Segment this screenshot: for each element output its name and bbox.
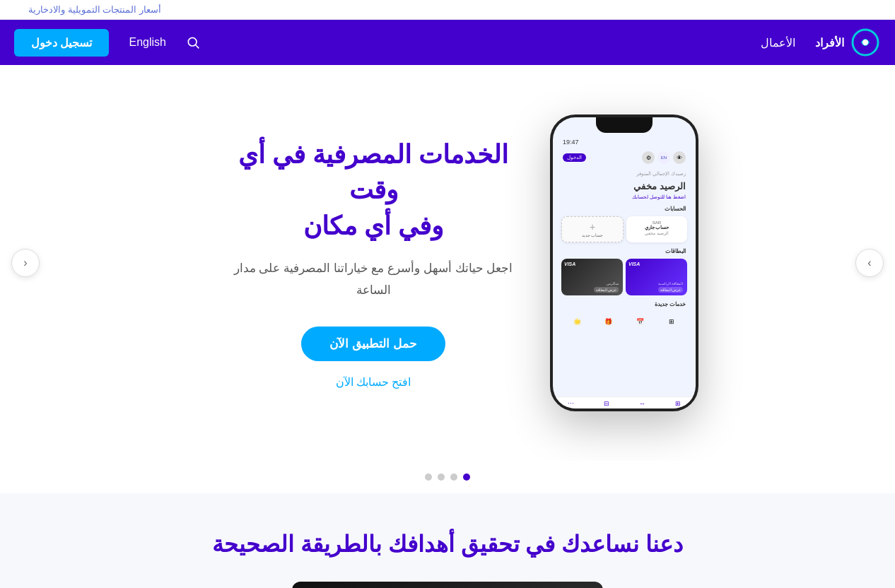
- card-secondary-label: ساكرس: [566, 281, 619, 286]
- visa-logo: VISA: [628, 261, 640, 266]
- service-icon-4: 🌟: [570, 314, 584, 329]
- current-account: SAR حساب جاري الرصيد مخفي: [626, 216, 687, 242]
- phone-login: الدخول: [563, 153, 586, 162]
- phone-accounts: SAR حساب جاري الرصيد مخفي + حساب جديد: [558, 216, 690, 242]
- phone-services: ⊞ 📅 🎁 🌟: [558, 312, 690, 329]
- account-name: حساب جاري: [629, 225, 684, 230]
- add-icon: +: [565, 221, 620, 233]
- section2: دعنا نساعدك في تحقيق أهدافك بالطريقة الص…: [0, 493, 895, 588]
- home-icon: ⊞: [675, 400, 681, 407]
- account-hidden: الرصيد مخفي: [629, 230, 684, 235]
- next-arrow[interactable]: ›: [855, 249, 884, 277]
- navbar-right: الأفراد الأعمال: [761, 27, 881, 58]
- prev-arrow[interactable]: ‹: [11, 249, 40, 277]
- nav-item-individuals[interactable]: الأفراد: [815, 36, 844, 49]
- phone-cards: VISA البطاقة الرئاسية عرض البطاقة VISA س…: [558, 259, 690, 295]
- service-icon-2: 📅: [633, 314, 647, 329]
- phone-notch: [596, 117, 653, 133]
- navbar: الأفراد الأعمال English تسجيل دخول: [0, 20, 895, 65]
- open-account-link[interactable]: افتح حسابك الآن: [225, 375, 522, 389]
- section2-title: دعنا نساعدك في تحقيق أهدافك بالطريقة الص…: [28, 529, 867, 560]
- top-bar: أسعار المنتجات التمويلية والادخارية: [0, 0, 895, 20]
- phone-nav-home: ⊞: [675, 400, 681, 407]
- svg-line-3: [196, 45, 199, 49]
- balance-value: الرصيد مخفي: [558, 181, 690, 192]
- dot-3[interactable]: [438, 474, 445, 481]
- card-main: VISA البطاقة الرئاسية عرض البطاقة: [626, 259, 687, 295]
- balance-label: رصيدك الإجمالي المتوفر: [558, 170, 690, 178]
- dot-2[interactable]: [450, 474, 457, 481]
- phone-screen: 19:47 👁 EN ⚙ الدخول رصيدك الإجمالي المتو…: [553, 117, 696, 408]
- svg-point-1: [862, 40, 868, 45]
- phone-nav-transfer: ↔: [639, 400, 645, 407]
- content-preview: [292, 582, 603, 588]
- hero-content: الخدمات المصرفية في أي وقت وفي أي مكان ا…: [197, 137, 550, 389]
- service-icon-3: 🎁: [602, 314, 616, 329]
- add-account[interactable]: + حساب جديد: [561, 216, 624, 242]
- phone-nav-more: ⋯: [568, 400, 574, 407]
- cards-section-title: البطاقات: [558, 245, 690, 256]
- settings-icon: ⚙: [642, 151, 655, 164]
- download-app-button[interactable]: حمل التطبيق الآن: [301, 327, 445, 361]
- hero-subtitle: اجعل حياتك أسهل وأسرع مع خياراتنا المصرف…: [225, 258, 522, 301]
- card-secondary-btn[interactable]: عرض البطاقة: [594, 287, 619, 293]
- slider-dots: [0, 461, 895, 493]
- accounts-section-title: الحسابات: [558, 203, 690, 213]
- content-preview-inner: [292, 582, 603, 588]
- hero-section: ‹ 19:47 👁 EN ⚙ الدخول رصيدك الإجمالي الم…: [0, 65, 895, 461]
- phone-mockup: 19:47 👁 EN ⚙ الدخول رصيدك الإجمالي المتو…: [550, 114, 698, 411]
- phone-header-icons: 👁 EN ⚙: [642, 151, 686, 164]
- phone-bottom-nav: ⊞ ↔ ⊟ ⋯: [553, 396, 696, 408]
- eye-icon: 👁: [673, 151, 686, 164]
- phone-frame: 19:47 👁 EN ⚙ الدخول رصيدك الإجمالي المتو…: [550, 114, 698, 411]
- navbar-nav: الأفراد الأعمال: [761, 36, 844, 49]
- login-button[interactable]: تسجيل دخول: [14, 29, 109, 57]
- navbar-left: English تسجيل دخول: [14, 29, 200, 57]
- more-icon: ⋯: [568, 400, 574, 407]
- phone-nav-qr: ⊟: [604, 400, 609, 407]
- svg-point-2: [188, 37, 197, 46]
- bank-logo: [850, 27, 881, 58]
- dot-4[interactable]: [425, 474, 432, 481]
- card-main-btn[interactable]: عرض البطاقة: [658, 287, 683, 293]
- qr-icon: ⊟: [604, 400, 609, 407]
- dot-1[interactable]: [463, 474, 470, 481]
- transfer-icon: ↔: [639, 400, 645, 407]
- search-button[interactable]: [186, 35, 200, 49]
- card-secondary: VISA ساكرس عرض البطاقة: [561, 259, 623, 295]
- service-icon-1: ⊞: [665, 314, 679, 329]
- lang-icon: EN: [657, 151, 670, 164]
- language-button[interactable]: English: [117, 32, 177, 53]
- visa-logo-2: VISA: [564, 261, 575, 266]
- nav-item-business[interactable]: الأعمال: [761, 36, 795, 49]
- balance-link: اضغط هنا للتوصل لحسابك: [558, 194, 690, 200]
- hero-title: الخدمات المصرفية في أي وقت وفي أي مكان: [225, 137, 522, 244]
- phone-time: 19:47: [558, 139, 690, 146]
- card-main-label: البطاقة الرئاسية: [630, 281, 683, 286]
- new-services-title: خدمات جديدة: [558, 298, 690, 309]
- pricing-link[interactable]: أسعار المنتجات التمويلية والادخارية: [28, 4, 161, 15]
- add-account-label: حساب جديد: [565, 233, 620, 237]
- phone-header: 👁 EN ⚙ الدخول: [558, 148, 690, 167]
